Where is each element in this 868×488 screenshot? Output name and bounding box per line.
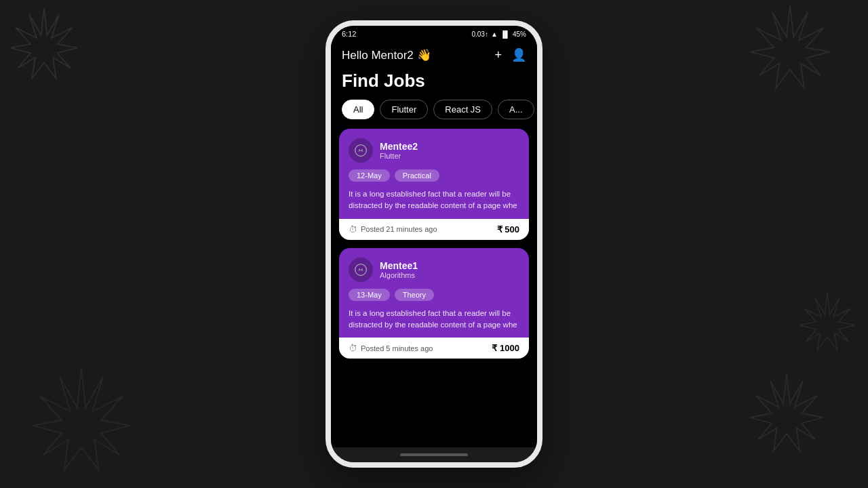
card-footer-1: ⏱ Posted 21 minutes ago ₹ 500 [339, 219, 529, 240]
add-button[interactable]: + [494, 48, 502, 62]
posted-info-1: ⏱ Posted 21 minutes ago [349, 224, 437, 235]
tag-type-1: Practical [395, 169, 439, 182]
avatar-2 [349, 258, 373, 282]
status-signal: ▐▌ [500, 30, 510, 38]
price-1: ₹ 500 [497, 224, 519, 235]
profile-button[interactable]: 👤 [511, 47, 526, 62]
tag-date-1: 12-May [349, 169, 390, 182]
card-user-sub-2: Algorithms [380, 271, 418, 279]
status-wifi: ▲ [491, 30, 498, 38]
svg-point-6 [359, 149, 360, 150]
posted-info-2: ⏱ Posted 5 minutes ago [349, 343, 433, 353]
svg-point-9 [359, 268, 360, 270]
card-user-info-1: Mentee2 Flutter [380, 141, 418, 160]
svg-marker-2 [33, 368, 130, 470]
card-description-1: It is a long established fact that a rea… [349, 188, 519, 212]
card-header-row-1: Mentee2 Flutter [349, 138, 519, 163]
app-content: Hello Mentor2 👋 + 👤 Find Jobs All Flutte… [331, 41, 537, 447]
filter-row: All Flutter React JS A... [331, 100, 537, 129]
clock-icon-2: ⏱ [349, 343, 357, 353]
svg-point-7 [361, 149, 363, 150]
filter-chip-more[interactable]: A... [498, 100, 534, 119]
clock-icon-1: ⏱ [349, 224, 357, 235]
card-user-sub-1: Flutter [380, 152, 418, 160]
home-indicator [331, 447, 537, 462]
page-title: Find Jobs [331, 68, 537, 100]
card-body-2: Mentee1 Algorithms 13-May Theory It is a… [339, 248, 529, 338]
status-data: 0.03↑ [471, 30, 488, 38]
card-user-name-2: Mentee1 [380, 260, 418, 271]
app-header: Hello Mentor2 👋 + 👤 [331, 41, 537, 68]
phone-frame: 6:12 0.03↑ ▲ ▐▌ 45% Hello Mentor2 👋 + 👤 … [326, 20, 542, 468]
posted-text-2: Posted 5 minutes ago [361, 344, 433, 352]
card-user-info-2: Mentee1 Algorithms [380, 260, 418, 279]
job-list: Mentee2 Flutter 12-May Practical It is a… [331, 129, 537, 447]
svg-point-10 [361, 268, 363, 270]
posted-text-1: Posted 21 minutes ago [361, 225, 437, 233]
tags-row-1: 12-May Practical [349, 169, 519, 182]
tag-type-2: Theory [395, 289, 434, 301]
svg-marker-4 [800, 293, 855, 350]
card-description-2: It is a long established fact that a rea… [349, 308, 519, 331]
tags-row-2: 13-May Theory [349, 289, 519, 301]
status-time: 6:12 [342, 30, 356, 38]
price-2: ₹ 1000 [492, 343, 519, 353]
filter-chip-flutter[interactable]: Flutter [380, 100, 428, 119]
header-actions: + 👤 [494, 47, 526, 62]
job-card-2[interactable]: Mentee1 Algorithms 13-May Theory It is a… [339, 248, 529, 359]
card-header-row-2: Mentee1 Algorithms [349, 258, 519, 282]
tag-date-2: 13-May [349, 289, 390, 301]
card-footer-2: ⏱ Posted 5 minutes ago ₹ 1000 [339, 338, 529, 359]
header-title: Hello Mentor2 👋 [342, 48, 431, 62]
svg-marker-1 [751, 5, 830, 88]
filter-chip-all[interactable]: All [342, 100, 374, 119]
card-user-name-1: Mentee2 [380, 141, 418, 152]
job-card[interactable]: Mentee2 Flutter 12-May Practical It is a… [339, 129, 529, 240]
status-battery: 45% [513, 30, 526, 38]
home-bar [400, 453, 468, 456]
svg-marker-0 [11, 8, 78, 78]
filter-chip-reactjs[interactable]: React JS [433, 100, 492, 119]
avatar-1 [349, 138, 373, 163]
card-body-1: Mentee2 Flutter 12-May Practical It is a… [339, 129, 529, 219]
svg-marker-3 [750, 374, 823, 451]
status-bar: 6:12 0.03↑ ▲ ▐▌ 45% [331, 26, 537, 41]
